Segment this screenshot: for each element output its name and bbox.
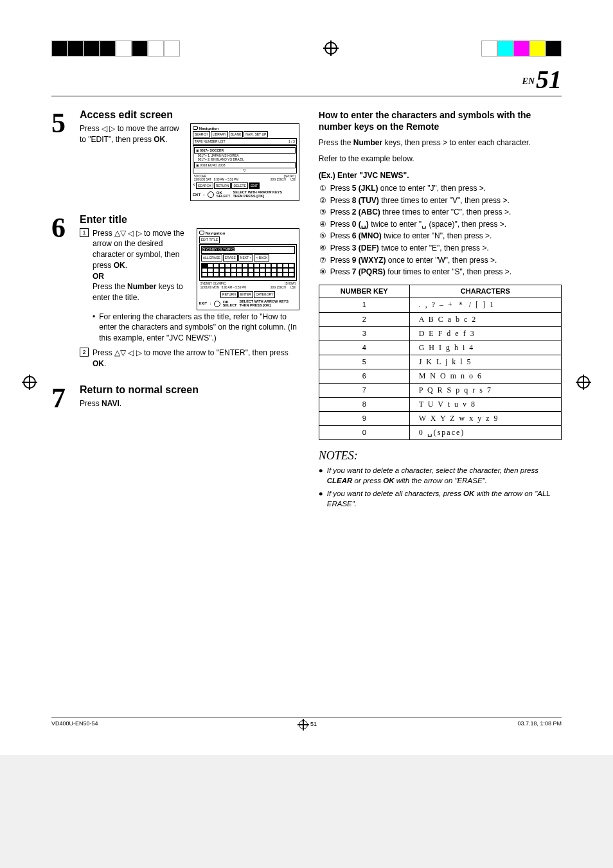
step-number: 6 — [51, 214, 71, 371]
bullet-icon: • — [93, 312, 95, 344]
col-header-key: NUMBER KEY — [319, 285, 409, 297]
substep-number: 1 — [80, 228, 89, 237]
page-number: EN51 — [51, 64, 562, 96]
table-row: 7P Q R S p q r s 7 — [319, 383, 561, 397]
example-steps: ①Press 5 (JKL) once to enter "J", then p… — [319, 182, 562, 278]
col-header-chars: CHARACTERS — [409, 285, 561, 297]
crosshair-icon — [577, 376, 590, 389]
table-row: 4G H I g h i 4 — [319, 341, 561, 355]
section-heading: How to enter the characters and symbols … — [319, 109, 562, 132]
intro-text: Refer to the example below. — [319, 154, 562, 164]
registration-bar — [51, 39, 562, 58]
bullet-text: For entering the characters as the title… — [99, 312, 299, 344]
step-title: Access edit screen — [80, 109, 299, 121]
notes-list: ●If you want to delete a character, sele… — [319, 465, 562, 509]
step-number: 5 — [51, 109, 71, 201]
substep-number: 2 — [80, 348, 89, 357]
crosshair-icon — [299, 720, 308, 729]
table-row: 6M N O m n o 6 — [319, 369, 561, 383]
intro-text: Press the Number keys, then press > to e… — [319, 137, 562, 148]
character-table: NUMBER KEY CHARACTERS 1. , ? – + ＊ / [ ]… — [319, 285, 562, 440]
substep-text: Press △▽ ◁ ▷ to move the arrow to "ENTER… — [93, 348, 299, 369]
step-number: 7 — [51, 384, 71, 412]
crosshair-icon — [23, 376, 36, 389]
notes-heading: NOTES: — [319, 449, 562, 463]
step-text: Press NAVI. — [80, 398, 299, 409]
table-row: 8T U V t u v 8 — [319, 397, 561, 411]
table-row: 1. , ? – + ＊ / [ ] 1 — [319, 297, 561, 312]
step-title: Enter title — [80, 214, 299, 226]
table-row: 9W X Y Z w x y z 9 — [319, 411, 561, 425]
table-row: 2A B C a b c 2 — [319, 312, 561, 326]
page-number-value: 51 — [536, 65, 562, 94]
reg-boxes-right — [481, 40, 562, 57]
table-row: 3D E F d e f 3 — [319, 326, 561, 341]
table-row: 00 ␣(space) — [319, 425, 561, 439]
table-row: 5J K L j k l 5 — [319, 355, 561, 369]
or-label: OR — [93, 272, 104, 281]
footer-timestamp: 03.7.18, 1:08 PM — [517, 720, 562, 729]
osd-preview-edit-title: Navigation EDIT TITLE SYDNEY OLYMPIC ALL… — [197, 228, 299, 310]
example-title: (Ex.) Enter "JVC NEWS". — [319, 171, 562, 180]
page-footer: VD400U-EN50-54 51 03.7.18, 1:08 PM — [51, 717, 562, 729]
crosshair-icon — [324, 42, 337, 55]
footer-page: 51 — [310, 721, 317, 727]
footer-filename: VD400U-EN50-54 — [51, 720, 98, 729]
osd-preview-library: Navigation SEARCH LIBRARY BLANK NAVI. SE… — [190, 123, 299, 201]
en-label: EN — [522, 76, 535, 86]
reg-boxes-left — [51, 40, 180, 57]
step-title: Return to normal screen — [80, 384, 299, 396]
